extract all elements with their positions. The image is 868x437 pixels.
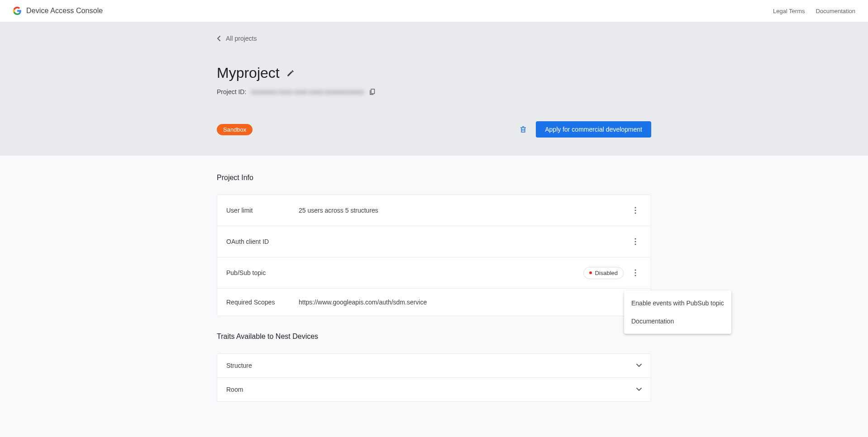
oauth-row: OAuth client ID [217,226,651,257]
main-scroll[interactable]: All projects Myproject Project ID: xxxxx… [0,22,868,437]
chevron-down-icon [636,388,642,391]
menu-enable-pubsub[interactable]: Enable events with PubSub topic [624,294,731,312]
copy-project-id-button[interactable] [368,88,377,96]
svg-point-6 [634,269,636,271]
trait-room-row[interactable]: Room [217,378,651,402]
apply-commercial-button[interactable]: Apply for commercial development [536,121,651,138]
svg-point-4 [634,241,636,242]
svg-point-1 [634,209,636,211]
user-limit-more-button[interactable] [629,204,642,217]
app-title: Device Access Console [26,7,103,15]
pubsub-row: Pub/Sub topic Disabled [217,257,651,289]
scopes-label: Required Scopes [226,299,299,306]
hero-section: All projects Myproject Project ID: xxxxx… [0,22,868,156]
pubsub-more-button[interactable] [629,266,642,279]
edit-project-name-button[interactable] [286,69,295,78]
scopes-value: https://www.googleapis.com/auth/sdm.serv… [299,299,642,306]
google-logo-icon [13,6,22,15]
chevron-left-icon [217,36,221,41]
svg-point-8 [634,275,636,276]
svg-point-5 [634,243,636,245]
svg-point-7 [634,272,636,273]
user-limit-row: User limit 25 users across 5 structures [217,195,651,226]
project-info-table: User limit 25 users across 5 structures … [217,195,651,316]
delete-project-button[interactable] [519,125,528,134]
project-title: Myproject [217,65,280,81]
project-info-heading: Project Info [217,174,651,182]
breadcrumb-all-projects[interactable]: All projects [217,35,257,42]
user-limit-label: User limit [226,207,299,214]
svg-point-3 [634,238,636,239]
project-id-label: Project ID: [217,88,246,95]
traits-list: Structure Room [217,353,651,402]
pubsub-status-text: Disabled [595,270,618,276]
sandbox-badge: Sandbox [217,124,253,135]
svg-point-0 [634,207,636,208]
svg-point-2 [634,212,636,214]
pubsub-label: Pub/Sub topic [226,269,299,276]
oauth-more-button[interactable] [629,235,642,248]
legal-terms-link[interactable]: Legal Terms [773,8,805,14]
documentation-link[interactable]: Documentation [816,8,855,14]
trait-label: Room [226,386,243,393]
status-dot-icon [589,271,592,274]
project-id-value: xxxxxxxx-xxxx-xxxx-xxxx-xxxxxxxxxxxx [251,88,364,95]
scopes-row: Required Scopes https://www.googleapis.c… [217,289,651,316]
pubsub-context-menu: Enable events with PubSub topic Document… [624,290,731,334]
breadcrumb-label: All projects [226,35,257,42]
oauth-label: OAuth client ID [226,238,299,245]
main-content: Project Info User limit 25 users across … [0,156,868,437]
pubsub-status-badge: Disabled [583,267,624,279]
topbar: Device Access Console Legal Terms Docume… [0,0,868,22]
user-limit-value: 25 users across 5 structures [299,207,629,214]
trait-structure-row[interactable]: Structure [217,353,651,378]
menu-documentation[interactable]: Documentation [624,312,731,330]
chevron-down-icon [636,364,642,367]
traits-heading: Traits Available to Nest Devices [217,332,651,341]
trait-label: Structure [226,362,252,369]
